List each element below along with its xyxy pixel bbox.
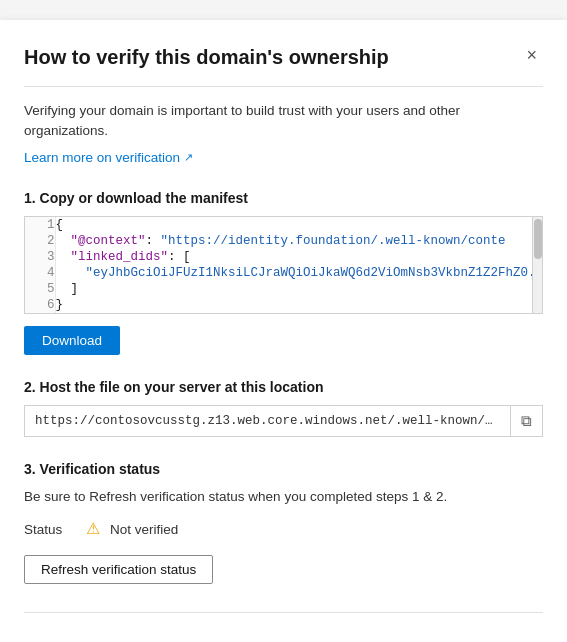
scrollbar[interactable] bbox=[532, 217, 542, 313]
modal-description: Verifying your domain is important to bu… bbox=[24, 101, 543, 142]
code-line-5: 5 ] bbox=[25, 281, 542, 297]
url-field-wrapper: ⧉ bbox=[24, 405, 543, 437]
code-line-2: 2 "@context": "https://identity.foundati… bbox=[25, 233, 542, 249]
footer-divider bbox=[24, 612, 543, 613]
code-line-1: 1 { bbox=[25, 217, 542, 233]
line-number: 1 bbox=[25, 217, 55, 233]
section2-title: 2. Host the file on your server at this … bbox=[24, 379, 543, 395]
verification-description: Be sure to Refresh verification status w… bbox=[24, 487, 543, 507]
line-number: 6 bbox=[25, 297, 55, 313]
header-divider bbox=[24, 86, 543, 87]
line-number: 5 bbox=[25, 281, 55, 297]
copy-icon: ⧉ bbox=[521, 412, 532, 430]
status-text: Not verified bbox=[110, 522, 178, 537]
scrollbar-thumb bbox=[534, 219, 542, 259]
section-verification: 3. Verification status Be sure to Refres… bbox=[24, 461, 543, 584]
refresh-verification-button[interactable]: Refresh verification status bbox=[24, 555, 213, 584]
section-copy-manifest: 1. Copy or download the manifest 1 { 2 "… bbox=[24, 190, 543, 355]
modal-container: How to verify this domain's ownership × … bbox=[0, 20, 567, 642]
code-table: 1 { 2 "@context": "https://identity.foun… bbox=[25, 217, 542, 313]
modal-title: How to verify this domain's ownership bbox=[24, 44, 389, 70]
section1-title: 1. Copy or download the manifest bbox=[24, 190, 543, 206]
warning-icon: ⚠ bbox=[86, 521, 104, 539]
status-badge: ⚠ Not verified bbox=[86, 521, 178, 539]
copy-url-button[interactable]: ⧉ bbox=[510, 406, 542, 436]
external-link-icon: ↗ bbox=[184, 151, 193, 164]
learn-more-text: Learn more on verification bbox=[24, 150, 180, 165]
line-content: "linked_dids": [ bbox=[55, 249, 542, 265]
close-button[interactable]: × bbox=[520, 44, 543, 66]
line-number: 3 bbox=[25, 249, 55, 265]
line-content: { bbox=[55, 217, 542, 233]
section3-title: 3. Verification status bbox=[24, 461, 543, 477]
learn-more-link[interactable]: Learn more on verification ↗ bbox=[24, 150, 193, 165]
download-button[interactable]: Download bbox=[24, 326, 120, 355]
section-host-file: 2. Host the file on your server at this … bbox=[24, 379, 543, 437]
modal-header: How to verify this domain's ownership × bbox=[24, 44, 543, 70]
code-scroll-area[interactable]: 1 { 2 "@context": "https://identity.foun… bbox=[25, 217, 542, 313]
status-label: Status bbox=[24, 522, 74, 537]
code-line-6: 6 } bbox=[25, 297, 542, 313]
code-line-4: 4 "eyJhbGciOiJFUzI1NksiLCJraWQiOiJkaWQ6d… bbox=[25, 265, 542, 281]
code-line-3: 3 "linked_dids": [ bbox=[25, 249, 542, 265]
line-content: "@context": "https://identity.foundation… bbox=[55, 233, 542, 249]
code-block: 1 { 2 "@context": "https://identity.foun… bbox=[24, 216, 543, 314]
url-input[interactable] bbox=[25, 406, 510, 436]
line-number: 4 bbox=[25, 265, 55, 281]
status-row: Status ⚠ Not verified bbox=[24, 521, 543, 539]
line-number: 2 bbox=[25, 233, 55, 249]
line-content: } bbox=[55, 297, 542, 313]
line-content: ] bbox=[55, 281, 542, 297]
line-content: "eyJhbGciOiJFUzI1NksiLCJraWQiOiJkaWQ6d2V… bbox=[55, 265, 542, 281]
